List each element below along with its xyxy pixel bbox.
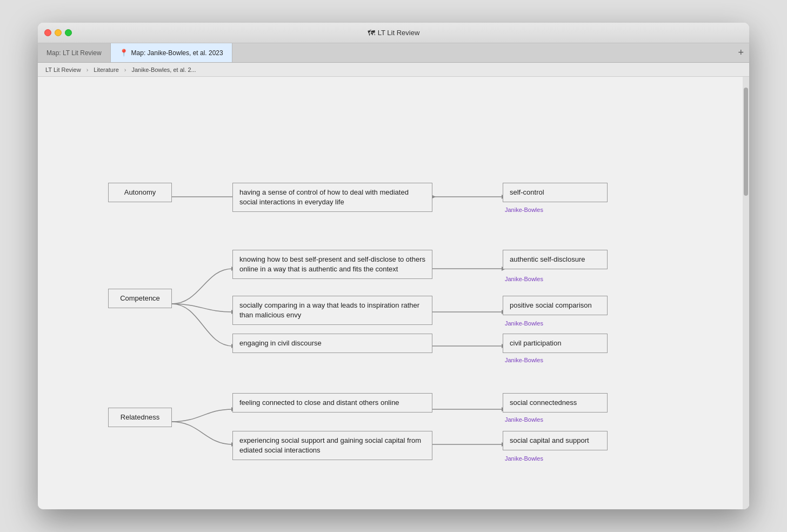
- tab2-label: Map: Janike-Bowles, et al. 2023: [131, 49, 223, 57]
- tab-lt-lit-review[interactable]: Map: LT Lit Review: [38, 43, 111, 62]
- main-content[interactable]: Autonomy having a sense of control of ho…: [38, 77, 749, 509]
- title-bar: 🗺 LT Lit Review: [38, 23, 749, 43]
- relatedness-label: Relatedness: [121, 413, 159, 421]
- map-canvas: Autonomy having a sense of control of ho…: [38, 77, 749, 509]
- competence-node[interactable]: Competence: [108, 289, 172, 308]
- self-control-attr: Janike-Bowles: [505, 207, 543, 213]
- self-control-node[interactable]: self-control: [503, 183, 608, 202]
- title-icon: 🗺: [368, 29, 375, 37]
- tab1-label: Map: LT Lit Review: [46, 49, 102, 57]
- window-title: 🗺 LT Lit Review: [368, 29, 420, 37]
- social-capital-attr: Janike-Bowles: [505, 455, 543, 462]
- competence-label: Competence: [120, 294, 160, 302]
- rel-desc2-label: experiencing social support and gaining …: [239, 436, 421, 454]
- authentic-self-label: authentic self-disclosure: [510, 255, 585, 263]
- tab-bar: Map: LT Lit Review 📍 Map: Janike-Bowles,…: [38, 43, 749, 63]
- relatedness-node[interactable]: Relatedness: [108, 408, 172, 427]
- social-connectedness-label: social connectedness: [510, 398, 577, 407]
- civil-participation-label: civil participation: [510, 339, 561, 347]
- social-connectedness-attr: Janike-Bowles: [505, 416, 543, 423]
- autonomy-node[interactable]: Autonomy: [108, 183, 172, 202]
- breadcrumb-item-2[interactable]: Literature: [90, 65, 122, 74]
- breadcrumb-sep-1: ›: [86, 66, 89, 73]
- autonomy-label: Autonomy: [124, 188, 156, 196]
- traffic-lights: [44, 29, 72, 36]
- positive-social-label: positive social comparison: [510, 301, 592, 309]
- positive-social-node[interactable]: positive social comparison: [503, 296, 608, 315]
- comp-desc2-node[interactable]: socially comparing in a way that leads t…: [232, 296, 432, 325]
- comp-desc3-label: engaging in civil discourse: [239, 339, 322, 347]
- breadcrumb-item-1[interactable]: LT Lit Review: [42, 65, 84, 74]
- tab-janike-bowles[interactable]: 📍 Map: Janike-Bowles, et al. 2023: [111, 43, 232, 62]
- add-tab-button[interactable]: +: [732, 43, 749, 62]
- autonomy-desc-node[interactable]: having a sense of control of how to deal…: [232, 183, 432, 212]
- social-capital-label: social capital and support: [510, 436, 589, 444]
- minimize-button[interactable]: [55, 29, 62, 36]
- positive-social-attr: Janike-Bowles: [505, 320, 543, 327]
- rel-desc1-label: feeling connected to close and distant o…: [239, 398, 399, 407]
- scrollbar-thumb: [744, 88, 748, 196]
- breadcrumb-sep-2: ›: [124, 66, 126, 73]
- comp-desc3-node[interactable]: engaging in civil discourse: [232, 334, 432, 353]
- autonomy-desc-label: having a sense of control of how to deal…: [239, 188, 409, 206]
- title-label: LT Lit Review: [378, 29, 420, 37]
- civil-participation-node[interactable]: civil participation: [503, 334, 608, 353]
- social-capital-node[interactable]: social capital and support: [503, 431, 608, 450]
- authentic-self-attr: Janike-Bowles: [505, 276, 543, 282]
- civil-participation-attr: Janike-Bowles: [505, 357, 543, 363]
- comp-desc2-label: socially comparing in a way that leads t…: [239, 301, 419, 319]
- maximize-button[interactable]: [65, 29, 72, 36]
- comp-desc1-node[interactable]: knowing how to best self-present and sel…: [232, 250, 432, 279]
- close-button[interactable]: [44, 29, 51, 36]
- social-connectedness-node[interactable]: social connectedness: [503, 393, 608, 413]
- rel-desc2-node[interactable]: experiencing social support and gaining …: [232, 431, 432, 460]
- main-window: 🗺 LT Lit Review Map: LT Lit Review 📍 Map…: [38, 23, 749, 509]
- self-control-label: self-control: [510, 188, 544, 196]
- comp-desc1-label: knowing how to best self-present and sel…: [239, 255, 425, 273]
- rel-desc1-node[interactable]: feeling connected to close and distant o…: [232, 393, 432, 413]
- scrollbar-vertical[interactable]: [743, 77, 749, 509]
- authentic-self-node[interactable]: authentic self-disclosure: [503, 250, 608, 269]
- tab2-icon: 📍: [119, 49, 128, 57]
- breadcrumb-item-3[interactable]: Janike-Bowles, et al. 2...: [128, 65, 199, 74]
- breadcrumb: LT Lit Review › Literature › Janike-Bowl…: [38, 63, 749, 77]
